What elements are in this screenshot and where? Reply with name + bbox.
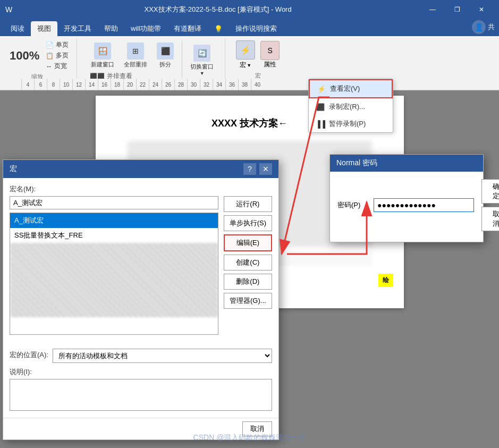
- properties-icon: S: [260, 41, 280, 60]
- macro-items: ⚡ 宏 ▼ S 属性: [236, 40, 280, 70]
- macro-dialog-footer: 取消: [3, 418, 278, 439]
- ruler-38: 38: [238, 79, 251, 90]
- delete-btn[interactable]: 删除(D): [224, 274, 272, 290]
- split-btn[interactable]: ⬛ 拆分: [154, 40, 177, 71]
- ruler-40: 40: [251, 79, 264, 90]
- arrange-all-btn[interactable]: ⊞ 全部重排: [121, 40, 150, 71]
- arrange-label: 全部重排: [124, 61, 147, 69]
- tab-light[interactable]: 💡: [208, 21, 229, 36]
- single-page-btn[interactable]: 📄 单页: [46, 40, 69, 49]
- macro-dialog-body: 宏名(M): A_测试宏 SS批量替换文本_FRE 运行(R) 单步执行(S) …: [3, 178, 278, 345]
- macro-name-label: 宏名(M):: [10, 184, 272, 194]
- macro-list-item-1[interactable]: A_测试宏: [10, 213, 218, 228]
- macro-main-row: A_测试宏 SS批量替换文本_FRE 运行(R) 单步执行(S) 编辑(E) 创…: [10, 196, 272, 335]
- window-title: XXX技术方案-2022-5-5-B.doc [兼容模式] - Word: [15, 5, 420, 14]
- stop-recording-label: 暂停录制(P): [329, 119, 366, 129]
- split-label: 拆分: [159, 61, 171, 69]
- switch-arrow: ▼: [200, 71, 205, 76]
- view-macro-item[interactable]: ⚡ 查看宏(V): [309, 79, 393, 98]
- password-buttons: 确定 取消: [481, 179, 499, 231]
- location-select[interactable]: 所有的活动模板和文档: [53, 349, 272, 363]
- window-controls: — ❐ ✕: [420, 0, 494, 19]
- description-textarea[interactable]: [10, 379, 272, 411]
- create-btn[interactable]: 创建(C): [224, 255, 272, 271]
- new-window-label: 新建窗口: [91, 61, 114, 69]
- properties-btn[interactable]: S 属性: [260, 41, 280, 69]
- multi-page-label: 多页: [56, 51, 69, 60]
- user-icon[interactable]: 👤: [472, 20, 486, 34]
- ruler-18: 18: [111, 79, 123, 90]
- split-icon: ⬛: [157, 43, 174, 60]
- ribbon-tab-bar: 阅读 视图 开发工具 帮助 will功能带 有道翻译 💡 操作说明搜索 👤 共: [0, 19, 499, 36]
- password-input[interactable]: [374, 198, 474, 212]
- tab-ops[interactable]: 操作说明搜索: [229, 21, 283, 36]
- multi-page-btn[interactable]: 📋 多页: [46, 51, 69, 60]
- cancel-btn[interactable]: 取消: [242, 421, 272, 436]
- ruler-30: 30: [187, 79, 200, 90]
- macro-dialog-buttons: 运行(R) 单步执行(S) 编辑(E) 创建(C) 删除(D) 管理器(G)..…: [224, 196, 272, 335]
- macro-list-item-2[interactable]: SS批量替换文本_FRE: [10, 228, 218, 243]
- macro-dialog-titlebar: 宏 ? ✕: [3, 160, 278, 178]
- step-btn[interactable]: 单步执行(S): [224, 215, 272, 231]
- tab-help[interactable]: 帮助: [98, 21, 124, 36]
- macro-dropdown-menu: ⚡ 查看宏(V) ⬛ 录制宏(R)... ▐▐ 暂停录制(P): [308, 79, 393, 133]
- zoom-group: 100% 📄 单页 📋 多页 ↔ 页宽 缩放: [5, 38, 77, 81]
- macro-label: 宏: [240, 61, 246, 70]
- app-icon: W: [5, 5, 12, 14]
- macro-dialog-title: 宏: [10, 164, 17, 174]
- close-button[interactable]: ✕: [469, 0, 494, 19]
- macro-dialog: 宏 ? ✕ 宏名(M): A_测试宏 SS批量替换文本_FRE 运行(R) 单步…: [3, 159, 279, 440]
- ruler-14: 14: [85, 79, 98, 90]
- restore-button[interactable]: ❐: [445, 0, 469, 19]
- ruler-marks: 4 6 8 10 12 14 16 18 20 22 24 26 28 30 3…: [21, 79, 264, 90]
- minimize-button[interactable]: —: [420, 0, 445, 19]
- macro-group: ⚡ 宏 ▼ S 属性 宏: [236, 38, 287, 80]
- ruler-12: 12: [72, 79, 85, 90]
- ruler-24: 24: [149, 79, 162, 90]
- zoom-percent[interactable]: 100%: [10, 49, 39, 63]
- password-cancel-btn[interactable]: 取消: [481, 207, 499, 231]
- zoom-items: 100% 📄 单页 📋 多页 ↔ 页宽: [5, 40, 69, 71]
- password-label: 密码(P): [337, 200, 369, 210]
- ruler-22: 22: [136, 79, 149, 90]
- ruler-4: 4: [21, 79, 34, 90]
- pages-icon: 📋: [46, 52, 54, 60]
- edit-btn[interactable]: 编辑(E): [224, 234, 272, 251]
- ruler-34: 34: [213, 79, 225, 90]
- manager-btn[interactable]: 管理器(G)...: [224, 293, 272, 309]
- macro-dialog-controls: ? ✕: [243, 163, 272, 175]
- ruler-10: 10: [60, 79, 72, 90]
- stop-recording-item[interactable]: ▐▐ 暂停录制(P): [309, 115, 393, 132]
- ruler-8: 8: [47, 79, 60, 90]
- ruler-20: 20: [123, 79, 136, 90]
- switch-window-btn[interactable]: 🔄 切换窗口 ▼: [187, 43, 217, 78]
- macro-dialog-close[interactable]: ✕: [259, 163, 272, 175]
- tab-willfunc[interactable]: will功能带: [124, 21, 167, 36]
- share-button[interactable]: 共: [488, 22, 495, 32]
- password-row: 密码(P) 确定 取消: [337, 179, 476, 231]
- macro-name-input[interactable]: [10, 196, 218, 209]
- tab-view[interactable]: 视图: [31, 21, 57, 36]
- password-confirm-btn[interactable]: 确定: [481, 179, 499, 204]
- ruler-16: 16: [98, 79, 111, 90]
- description-label: 说明(I):: [10, 367, 272, 377]
- ruler-28: 28: [174, 79, 187, 90]
- page-width-btn[interactable]: ↔ 页宽: [46, 62, 69, 71]
- macro-dialog-help[interactable]: ?: [243, 163, 256, 175]
- run-btn[interactable]: 运行(R): [224, 196, 272, 212]
- macro-btn[interactable]: ⚡ 宏 ▼: [236, 40, 255, 70]
- title-bar: W XXX技术方案-2022-5-5-B.doc [兼容模式] - Word —…: [0, 0, 499, 19]
- password-body: 密码(P) 确定 取消: [330, 172, 483, 242]
- tab-youdao[interactable]: 有道翻译: [167, 21, 208, 36]
- new-window-icon: 🪟: [94, 43, 111, 60]
- macro-icon: ⚡: [236, 40, 255, 60]
- single-page-label: 单页: [56, 40, 69, 49]
- new-window-btn[interactable]: 🪟 新建窗口: [88, 40, 117, 71]
- record-macro-item[interactable]: ⬛ 录制宏(R)...: [309, 98, 393, 115]
- macro-list[interactable]: A_测试宏 SS批量替换文本_FRE: [10, 213, 218, 335]
- yellow-highlight: 绘: [378, 274, 393, 287]
- view-macro-label: 查看宏(V): [330, 84, 360, 94]
- tab-dev[interactable]: 开发工具: [57, 21, 98, 36]
- tab-read[interactable]: 阅读: [4, 21, 31, 36]
- arrange-icon: ⊞: [127, 43, 144, 60]
